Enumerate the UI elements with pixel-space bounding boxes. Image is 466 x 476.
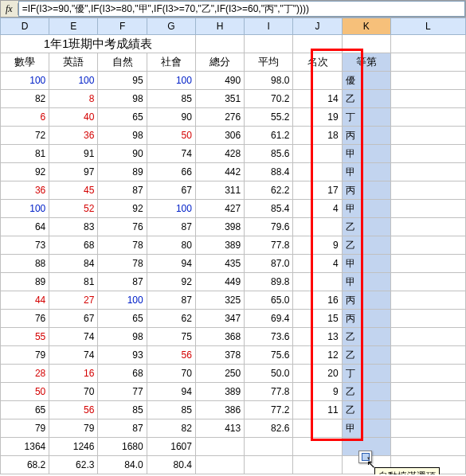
cell[interactable]: 98	[98, 127, 147, 145]
cell[interactable]: 100	[1, 72, 49, 90]
cell[interactable]: 100	[147, 72, 195, 90]
cell[interactable]: 378	[195, 346, 244, 365]
cell[interactable]: 81	[49, 273, 98, 291]
avg-cell[interactable]	[245, 456, 293, 474]
cell[interactable]: 81	[1, 145, 49, 163]
cell[interactable]: 56	[49, 401, 98, 419]
column-header-D[interactable]: D	[1, 18, 49, 35]
cell[interactable]: 98.0	[245, 72, 293, 90]
cell[interactable]: 386	[195, 401, 244, 419]
cell[interactable]: 4	[293, 200, 342, 218]
cell[interactable]	[293, 273, 342, 291]
cell[interactable]: 45	[49, 181, 98, 200]
avg-cell[interactable]: 62.3	[49, 456, 98, 474]
grade-cell[interactable]: 乙	[342, 383, 390, 401]
cell[interactable]: 16	[49, 365, 98, 383]
cell[interactable]: 9	[293, 383, 342, 401]
cell[interactable]: 76	[1, 310, 49, 328]
grade-cell[interactable]: 乙	[342, 218, 390, 236]
grade-cell[interactable]: 乙	[342, 90, 390, 108]
cell[interactable]: 100	[1, 200, 49, 218]
cell[interactable]: 413	[195, 419, 244, 438]
cell[interactable]: 427	[195, 200, 244, 218]
cell[interactable]: 74	[147, 145, 195, 163]
cell[interactable]: 92	[1, 163, 49, 181]
cell[interactable]: 100	[49, 72, 98, 90]
cell[interactable]: 92	[98, 200, 147, 218]
cell[interactable]: 19	[293, 108, 342, 127]
cell[interactable]: 77.8	[245, 383, 293, 401]
grade-cell[interactable]: 丙	[342, 291, 390, 310]
grade-cell[interactable]: 乙	[342, 236, 390, 255]
grade-cell[interactable]: 優	[342, 72, 390, 90]
cell[interactable]: 87	[98, 419, 147, 438]
cell[interactable]: 87	[147, 218, 195, 236]
grade-cell[interactable]: 甲	[342, 273, 390, 291]
cell[interactable]: 88.4	[245, 163, 293, 181]
cell[interactable]: 428	[195, 145, 244, 163]
cell[interactable]: 76	[98, 218, 147, 236]
cell[interactable]: 87	[98, 181, 147, 200]
cell[interactable]: 250	[195, 365, 244, 383]
cell[interactable]: 6	[1, 108, 49, 127]
cell[interactable]: 82	[1, 90, 49, 108]
cell[interactable]	[293, 72, 342, 90]
cell[interactable]: 70	[147, 365, 195, 383]
total-cell[interactable]: 1607	[147, 438, 195, 456]
grade-cell[interactable]: 丙	[342, 181, 390, 200]
column-header-F[interactable]: F	[98, 18, 147, 35]
cell[interactable]: 75.6	[245, 346, 293, 365]
cell[interactable]: 65	[1, 401, 49, 419]
cell[interactable]: 83	[49, 218, 98, 236]
cell[interactable]: 40	[49, 108, 98, 127]
cell[interactable]: 98	[98, 328, 147, 346]
cell[interactable]: 82.6	[245, 419, 293, 438]
cell[interactable]: 73	[1, 236, 49, 255]
cell[interactable]: 15	[293, 310, 342, 328]
cell[interactable]: 79.6	[245, 218, 293, 236]
cell[interactable]: 93	[98, 346, 147, 365]
cell[interactable]: 398	[195, 218, 244, 236]
cell[interactable]: 80	[147, 236, 195, 255]
cell[interactable]: 85	[147, 401, 195, 419]
cell[interactable]: 77	[98, 383, 147, 401]
cell[interactable]: 84	[49, 255, 98, 273]
cell[interactable]: 12	[293, 346, 342, 365]
cell[interactable]: 74	[49, 328, 98, 346]
header-cell[interactable]: 總分	[195, 53, 244, 72]
cell[interactable]: 14	[293, 90, 342, 108]
cell[interactable]: 56	[147, 346, 195, 365]
cell[interactable]: 65	[98, 108, 147, 127]
column-header-G[interactable]: G	[147, 18, 195, 35]
cell[interactable]: 13	[293, 328, 342, 346]
cell[interactable]: 50	[147, 127, 195, 145]
grade-cell[interactable]: 丁	[342, 108, 390, 127]
cell[interactable]: 67	[49, 310, 98, 328]
cell[interactable]: 89.8	[245, 273, 293, 291]
avg-cell[interactable]: 68.2	[1, 456, 49, 474]
autofill-options-button[interactable]: ▾	[358, 451, 372, 463]
cell[interactable]: 70.2	[245, 90, 293, 108]
cell[interactable]: 449	[195, 273, 244, 291]
header-cell[interactable]: 數學	[1, 53, 49, 72]
header-cell[interactable]: 等第	[342, 53, 390, 72]
cell[interactable]: 62	[147, 310, 195, 328]
cell[interactable]: 77.8	[245, 236, 293, 255]
cell[interactable]	[293, 163, 342, 181]
cell[interactable]: 68	[49, 236, 98, 255]
cell[interactable]: 442	[195, 163, 244, 181]
cell[interactable]: 8	[49, 90, 98, 108]
cell[interactable]: 36	[1, 181, 49, 200]
cell[interactable]: 94	[147, 383, 195, 401]
cell[interactable]: 20	[293, 365, 342, 383]
total-cell[interactable]: 1680	[98, 438, 147, 456]
cell[interactable]: 65	[98, 310, 147, 328]
cell[interactable]: 36	[49, 127, 98, 145]
cell[interactable]: 89	[98, 163, 147, 181]
cell[interactable]: 89	[1, 273, 49, 291]
cell[interactable]: 94	[147, 255, 195, 273]
cell[interactable]: 55	[1, 328, 49, 346]
grade-cell[interactable]: 甲	[342, 163, 390, 181]
total-cell[interactable]	[245, 438, 293, 456]
cell[interactable]: 311	[195, 181, 244, 200]
